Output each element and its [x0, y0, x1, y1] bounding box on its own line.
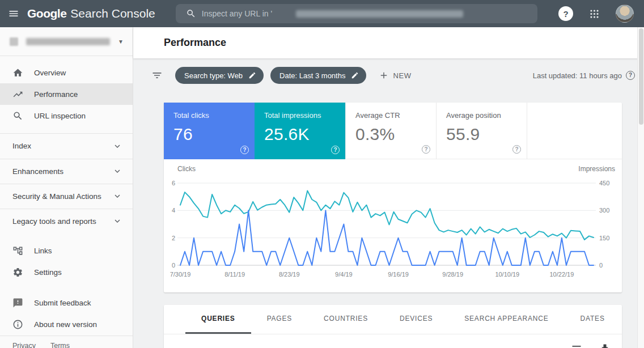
section-label: Security & Manual Actions: [12, 192, 101, 201]
metric-row-filler: [527, 103, 622, 159]
info-icon: [12, 319, 23, 330]
svg-text:150: 150: [599, 235, 609, 241]
chevron-down-icon: [112, 191, 122, 201]
svg-text:8/23/19: 8/23/19: [279, 271, 300, 278]
metric-card-total-impressions[interactable]: Total impressions 25.6K ?: [255, 103, 345, 159]
svg-text:9/4/19: 9/4/19: [335, 271, 353, 278]
tab-queries[interactable]: QUERIES: [185, 305, 251, 334]
metric-value: 76: [173, 125, 255, 144]
svg-text:2: 2: [172, 235, 175, 241]
property-selector[interactable]: ▼: [0, 27, 133, 56]
sidebar-item-label: URL inspection: [34, 112, 86, 120]
chip-label: Search type: Web: [184, 71, 243, 80]
tab-countries[interactable]: COUNTRIES: [308, 305, 384, 334]
gear-icon: [12, 267, 23, 278]
sidebar-item-url-inspection[interactable]: URL inspection: [0, 105, 133, 126]
svg-text:6: 6: [172, 180, 175, 186]
chevron-down-icon: [112, 141, 122, 151]
last-updated: Last updated: 11 hours ago ?: [533, 71, 635, 80]
svg-text:10/10/19: 10/10/19: [495, 271, 519, 278]
table-toolbar: [164, 334, 622, 348]
help-circle-icon[interactable]: ?: [626, 71, 635, 80]
svg-text:8/11/19: 8/11/19: [224, 271, 245, 278]
tab-pages[interactable]: PAGES: [251, 305, 308, 334]
svg-text:0: 0: [172, 262, 175, 269]
performance-chart-card: Total clicks 76 ? Total impressions 25.6…: [164, 103, 622, 292]
help-icon[interactable]: ?: [558, 6, 573, 21]
section-label: Legacy tools and reports: [12, 217, 96, 226]
last-updated-text: Last updated: 11 hours ago: [533, 71, 622, 80]
plus-icon: [379, 70, 389, 80]
sidebar-item-settings[interactable]: Settings: [0, 262, 133, 283]
help-circle-icon[interactable]: ?: [422, 145, 430, 154]
sidebar-item-overview[interactable]: Overview: [0, 62, 133, 83]
url-inspect-searchbox[interactable]: [176, 4, 537, 23]
chart-region: 00215043006450ClicksImpressions7/30/198/…: [164, 159, 622, 292]
svg-text:9/28/19: 9/28/19: [442, 271, 463, 278]
new-filter-button[interactable]: NEW: [379, 70, 411, 80]
sidebar: ▼ Overview Performance URL inspection In…: [0, 27, 133, 348]
download-icon[interactable]: [599, 343, 611, 348]
sidebar-item-label: Settings: [34, 268, 62, 277]
apps-grid-icon[interactable]: [589, 9, 600, 19]
sidebar-item-label: About new version: [34, 320, 97, 329]
sidebar-section-legacy-tools[interactable]: Legacy tools and reports: [0, 209, 133, 234]
help-circle-icon[interactable]: ?: [512, 145, 521, 154]
sidebar-item-submit-feedback[interactable]: Submit feedback: [0, 292, 133, 314]
sidebar-section-security[interactable]: Security & Manual Actions: [0, 184, 133, 209]
sidebar-section-index[interactable]: Index: [0, 133, 133, 158]
menu-icon[interactable]: [0, 0, 27, 27]
tab-search-appearance[interactable]: SEARCH APPEARANCE: [448, 305, 564, 334]
app-header: Google Search Console ?: [0, 0, 644, 27]
app-logo[interactable]: Google Search Console: [27, 7, 155, 20]
svg-text:0: 0: [599, 262, 603, 269]
chevron-down-icon: ▼: [118, 39, 124, 45]
section-label: Index: [12, 142, 31, 150]
chevron-down-icon: [112, 216, 122, 226]
avatar[interactable]: [616, 5, 634, 23]
links-icon: [12, 245, 23, 256]
metric-card-average-position[interactable]: Average position 55.9 ?: [436, 103, 527, 159]
sidebar-item-about-new-version[interactable]: About new version: [0, 314, 133, 336]
logo-google-text: Google: [27, 7, 66, 20]
terms-link[interactable]: Terms: [50, 342, 70, 348]
search-input[interactable]: [202, 9, 298, 18]
privacy-link[interactable]: Privacy: [12, 342, 36, 348]
sidebar-section-enhancements[interactable]: Enhancements: [0, 159, 133, 184]
metric-row: Total clicks 76 ? Total impressions 25.6…: [164, 103, 622, 159]
filter-list-icon[interactable]: [151, 70, 163, 81]
svg-text:450: 450: [599, 180, 609, 186]
help-circle-icon[interactable]: ?: [240, 146, 249, 154]
dimension-tabs: QUERIES PAGES COUNTRIES DEVICES SEARCH A…: [164, 305, 622, 334]
tab-devices[interactable]: DEVICES: [384, 305, 448, 334]
search-type-chip[interactable]: Search type: Web: [175, 67, 264, 84]
filter-bar: Search type: Web Date: Last 3 months NEW…: [133, 58, 644, 92]
date-range-chip[interactable]: Date: Last 3 months: [270, 67, 366, 84]
performance-chart[interactable]: 00215043006450ClicksImpressions7/30/198/…: [164, 159, 622, 292]
sidebar-item-label: Overview: [34, 69, 66, 77]
main-content: Performance Search type: Web Date: Last …: [133, 27, 644, 348]
scrollbar[interactable]: [637, 27, 644, 348]
page-title: Performance: [164, 37, 226, 49]
tab-dates[interactable]: DATES: [565, 305, 621, 334]
metric-label: Total impressions: [264, 111, 345, 120]
report-content: Total clicks 76 ? Total impressions 25.6…: [133, 92, 644, 348]
svg-text:Impressions: Impressions: [578, 165, 615, 173]
metric-card-total-clicks[interactable]: Total clicks 76 ?: [164, 103, 255, 159]
metric-label: Total clicks: [173, 111, 255, 120]
svg-text:4: 4: [172, 207, 175, 214]
sidebar-item-label: Links: [34, 247, 52, 255]
chevron-down-icon: [112, 166, 122, 176]
logo-product-text: Search Console: [70, 7, 155, 20]
home-icon: [12, 67, 23, 78]
page-titlebar: Performance: [133, 27, 644, 58]
sidebar-item-links[interactable]: Links: [0, 240, 133, 262]
metric-card-average-ctr[interactable]: Average CTR 0.3% ?: [345, 103, 436, 159]
help-circle-icon[interactable]: ?: [331, 146, 340, 154]
svg-text:300: 300: [599, 207, 609, 214]
table-filter-icon[interactable]: [571, 343, 582, 348]
scrollbar-thumb[interactable]: [639, 28, 643, 125]
metric-label: Average position: [446, 111, 527, 120]
sidebar-item-performance[interactable]: Performance: [0, 83, 133, 105]
svg-text:7/30/19: 7/30/19: [170, 271, 191, 278]
